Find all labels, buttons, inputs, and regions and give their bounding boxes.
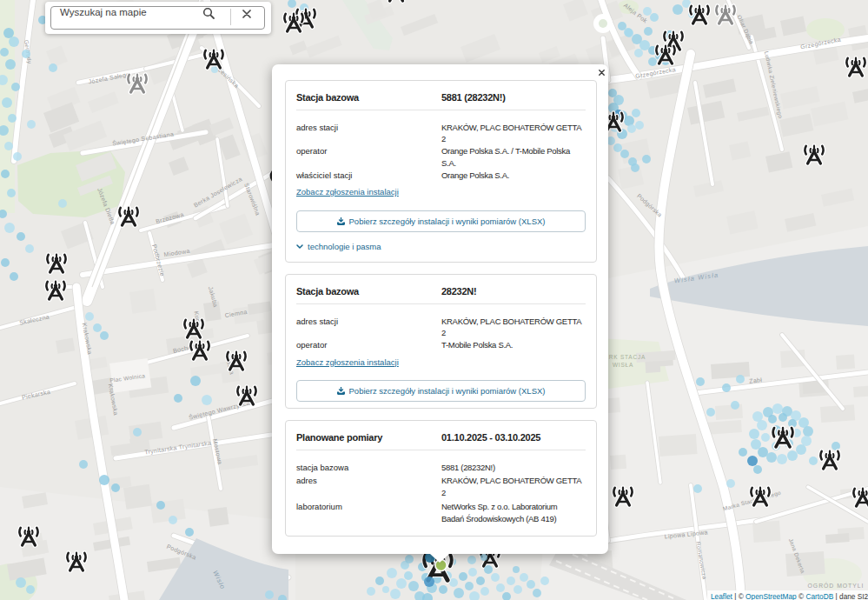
svg-text:WISŁA: WISŁA [613, 362, 633, 368]
svg-text:OGRÓD MOTYLI: OGRÓD MOTYLI [808, 582, 865, 589]
